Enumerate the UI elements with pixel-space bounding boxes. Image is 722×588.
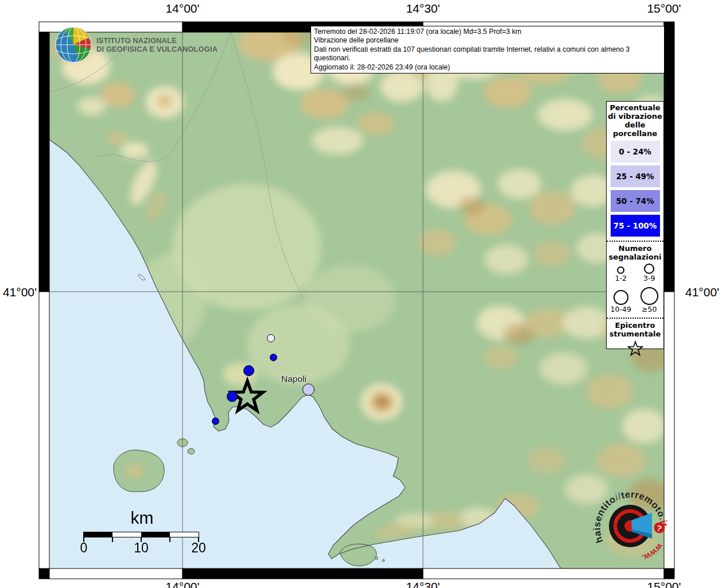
legend-class-50-74: 50 - 74% <box>611 190 660 212</box>
signal-size-3-9: 3-9 <box>635 264 664 283</box>
city-label-napoli: Napoli <box>269 374 319 384</box>
lat-label-left: 41°00' <box>0 285 37 299</box>
circle-small-icon <box>617 266 624 274</box>
event-updated-line: Aggiornato il: 28-02-2026 23:49 (ora loc… <box>314 63 661 72</box>
scale-num-20: 20 <box>187 540 210 556</box>
map-canvas: haisentitoilterremoto.it www. ? 14°00' 1… <box>0 0 722 588</box>
lon-label-top-14-30: 14°30' <box>394 2 452 16</box>
islet <box>375 557 378 560</box>
ingv-globe-icon <box>56 27 91 63</box>
event-info-box: Terremoto del 28-02-2026 11:19:07 (ora l… <box>310 26 665 74</box>
lon-label-bottom-14-00: 14°00' <box>154 580 211 588</box>
report-point <box>302 384 315 396</box>
lon-label-bottom-15-00: 15°00' <box>635 580 693 588</box>
circle-xlarge-icon <box>641 287 658 305</box>
scale-num-0: 0 <box>72 540 95 556</box>
legend-class-25-49: 25 - 49% <box>611 165 660 187</box>
ingv-name-line1: ISTITUTO NAZIONALE <box>96 36 218 45</box>
islet <box>188 448 195 454</box>
lon-label-bottom-14-30: 14°30' <box>394 580 452 588</box>
scale-unit-label: km <box>69 508 215 528</box>
lon-label-top-15-00: 15°00' <box>635 2 693 16</box>
legend-epicenter-title: Epicentro strumentale <box>607 321 663 338</box>
legend-class-0-24: 0 - 24% <box>611 141 660 163</box>
legend-class-75-100: 75 - 100% <box>611 215 660 237</box>
event-effect-line: Vibrazione delle porcellane <box>314 36 661 45</box>
lon-label-top-14-00: 14°00' <box>154 2 211 16</box>
lat-label-right: 41°00' <box>685 285 722 299</box>
scale-bar: km 0 10 20 <box>69 508 218 560</box>
report-point <box>227 391 238 402</box>
map-area <box>49 23 671 568</box>
signal-size-1-2: 1-2 <box>607 266 635 283</box>
signal-size-50plus: ≥50 <box>635 287 664 314</box>
report-point <box>267 334 275 342</box>
legend-signals-title: Numero segnalazioni <box>607 244 663 261</box>
report-point <box>212 417 219 425</box>
report-point <box>243 365 254 376</box>
legend-divider <box>607 241 663 242</box>
legend-divider <box>607 318 663 319</box>
event-data-note: Dati non verificati estratti da 107 ques… <box>314 45 661 63</box>
legend-signal-sizes: 1-2 3-9 10-49 ≥50 <box>607 264 663 314</box>
circle-large-icon <box>614 290 628 305</box>
circle-medium-icon <box>644 264 654 274</box>
signal-size-10-49: 10-49 <box>607 290 635 314</box>
ingv-logo: ISTITUTO NAZIONALE DI GEOFISICA E VULCAN… <box>96 36 218 53</box>
legend-star-icon <box>627 341 644 357</box>
legend-panel: Percentuale di vibrazione delle porcella… <box>606 101 664 349</box>
event-summary-line: Terremoto del 28-02-2026 11:19:07 (ora l… <box>314 28 661 36</box>
ingv-name-line2: DI GEOFISICA E VULCANOLOGIA <box>96 45 218 53</box>
islet <box>382 559 385 562</box>
report-point <box>270 354 277 361</box>
scale-num-10: 10 <box>130 540 153 556</box>
legend-percent-title: Percentuale di vibrazione delle porcella… <box>607 103 663 138</box>
